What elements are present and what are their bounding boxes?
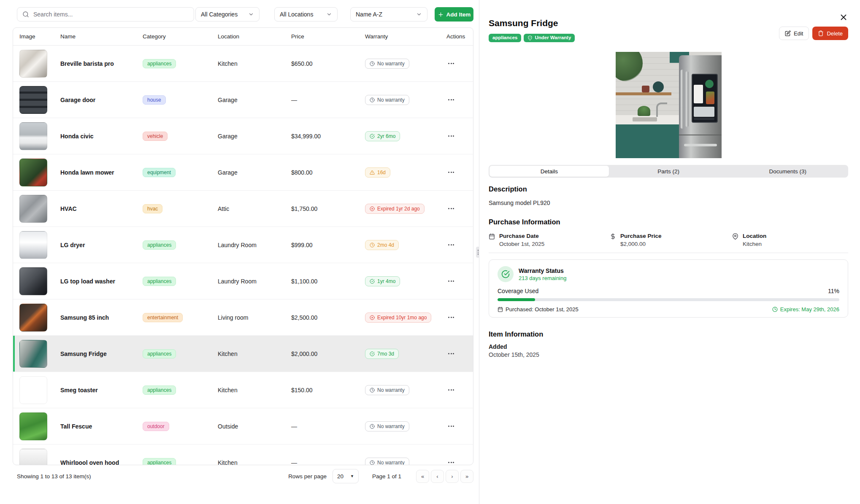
shield-check-icon	[527, 35, 533, 40]
table-row[interactable]: Honda civicvehicleGarage$34,999.002yr 6m…	[13, 118, 473, 154]
delete-button[interactable]: Delete	[812, 27, 848, 40]
item-location: Laundry Room	[218, 278, 291, 285]
prev-page-button[interactable]: ‹	[431, 470, 444, 483]
tab-documents-3[interactable]: Documents (3)	[728, 166, 847, 177]
item-name: Samsung Fridge	[60, 350, 143, 357]
table-row[interactable]: Samsung 85 inchentertainmentLiving room$…	[13, 299, 473, 336]
row-actions-button[interactable]	[446, 59, 456, 67]
purchased-date: Purchased: October 1st, 2025	[498, 306, 579, 313]
row-actions-button[interactable]	[446, 96, 456, 104]
warranty-badge: Expired 1yr 2d ago	[365, 204, 425, 214]
category-badge: house	[143, 95, 166, 105]
tab-parts-2[interactable]: Parts (2)	[609, 166, 728, 177]
row-actions-button[interactable]	[446, 277, 456, 285]
first-page-button[interactable]: «	[416, 470, 429, 483]
category-filter-value: All Categories	[201, 11, 238, 18]
row-actions-button[interactable]	[446, 313, 456, 321]
table-row[interactable]: Smeg toasterappliancesKitchen$150.00No w…	[13, 372, 473, 408]
column-header-warranty: Warranty	[365, 33, 446, 40]
close-panel-button[interactable]	[838, 12, 849, 23]
coverage-used-value: 11%	[828, 288, 839, 294]
check-circle-icon	[370, 279, 375, 284]
column-header-image: Image	[13, 33, 60, 40]
row-actions-button[interactable]	[446, 241, 456, 249]
category-badge: vehicle	[143, 132, 168, 141]
purchase-field-label: Purchase Price	[620, 232, 662, 240]
category-badge: appliances	[143, 240, 176, 250]
warranty-status-badge: Under Warranty	[524, 34, 575, 42]
purchase-heading: Purchase Information	[489, 218, 848, 226]
next-page-button[interactable]: ›	[446, 470, 459, 483]
x-circle-icon	[370, 315, 375, 320]
purchase-field-label: Location	[743, 232, 766, 240]
table-row[interactable]: Whirlpool oven hoodappliancesKitchen—No …	[13, 445, 473, 465]
table-row[interactable]: Garage doorhouseGarage—No warranty	[13, 82, 473, 118]
description-text: Samsung model PL920	[489, 199, 848, 206]
column-header-category: Category	[143, 33, 218, 40]
purchase-field-value: October 1st, 2025	[499, 240, 544, 248]
table-row[interactable]: HVAChvacAttic$1,750.00Expired 1yr 2d ago	[13, 191, 473, 227]
item-location: Garage	[218, 133, 291, 140]
last-page-button[interactable]: »	[460, 470, 473, 483]
search-input[interactable]	[32, 11, 189, 18]
coverage-progress-bar	[498, 298, 839, 301]
item-name: Samsung 85 inch	[60, 314, 143, 321]
row-actions-button[interactable]	[446, 458, 456, 465]
item-name: HVAC	[60, 205, 143, 212]
item-thumbnail	[19, 267, 47, 295]
row-actions-button[interactable]	[446, 132, 456, 140]
item-location: Garage	[218, 97, 291, 103]
sort-select[interactable]: Name A-Z	[350, 7, 427, 22]
detail-tabs: DetailsParts (2)Documents (3)	[489, 165, 848, 178]
item-location: Living room	[218, 314, 291, 321]
row-actions-button[interactable]	[446, 168, 456, 176]
sort-value: Name A-Z	[356, 11, 382, 18]
location-filter-value: All Locations	[280, 11, 313, 18]
item-price: $150.00	[291, 387, 365, 393]
rows-per-page-value: 20	[337, 473, 343, 480]
table-row[interactable]: Breville barista proappliancesKitchen$65…	[13, 46, 473, 82]
item-price: $1,750.00	[291, 205, 365, 212]
item-location: Attic	[218, 205, 291, 212]
tab-details[interactable]: Details	[489, 166, 609, 177]
item-location: Outside	[218, 423, 291, 430]
edit-button[interactable]: Edit	[779, 27, 809, 40]
item-price: $999.00	[291, 242, 365, 248]
coverage-used-label: Coverage Used	[498, 288, 538, 294]
item-thumbnail	[19, 449, 47, 466]
pencil-icon	[785, 30, 791, 36]
row-actions-button[interactable]	[446, 386, 456, 394]
warranty-badge: No warranty	[365, 385, 409, 395]
description-heading: Description	[489, 185, 848, 193]
purchase-field-value: $2,000.00	[620, 240, 662, 248]
warranty-check-circle	[498, 266, 514, 282]
search-box	[17, 7, 194, 22]
row-actions-button[interactable]	[446, 350, 456, 358]
rows-per-page-select[interactable]: 20 ▼	[333, 469, 359, 483]
table-row[interactable]: LG top load washerappliancesLaundry Room…	[13, 263, 473, 299]
category-filter-select[interactable]: All Categories	[195, 7, 260, 22]
added-value: October 15th, 2025	[489, 351, 848, 358]
item-price: $34,999.00	[291, 133, 365, 140]
section-divider	[489, 253, 848, 253]
pagination-controls: «‹›»	[416, 470, 473, 483]
item-price: —	[291, 423, 365, 430]
item-name: LG dryer	[60, 242, 143, 248]
table-row[interactable]: Tall FescueoutdoorOutside—No warranty	[13, 408, 473, 445]
item-location: Kitchen	[218, 60, 291, 67]
table-row[interactable]: Samsung FridgeappliancesKitchen$2,000.00…	[13, 336, 473, 372]
add-item-button[interactable]: Add Item	[435, 7, 473, 22]
row-actions-button[interactable]	[446, 205, 456, 213]
location-filter-select[interactable]: All Locations	[274, 7, 338, 22]
row-actions-button[interactable]	[446, 422, 456, 430]
item-info-heading: Item Information	[489, 330, 848, 338]
category-badge: appliances	[143, 349, 176, 358]
table-row[interactable]: Honda lawn mowerequipmentGarage$800.0016…	[13, 154, 473, 191]
purchase-field-value: Kitchen	[743, 240, 766, 248]
detail-panel: Samsung Fridge appliances Under Warranty…	[479, 0, 860, 504]
item-price: —	[291, 97, 365, 103]
item-location: Garage	[218, 169, 291, 176]
table-row[interactable]: LG dryerappliancesLaundry Room$999.002mo…	[13, 227, 473, 263]
purchase-field-purchase-date: Purchase DateOctober 1st, 2025	[489, 232, 610, 248]
calendar-icon	[498, 307, 503, 312]
